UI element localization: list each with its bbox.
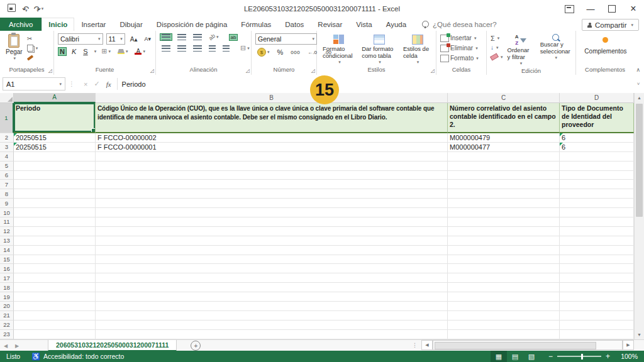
cell-C12[interactable] bbox=[448, 227, 560, 236]
cell-C3[interactable]: M000000477 bbox=[448, 143, 560, 152]
tab-insertar[interactable]: Insertar bbox=[74, 18, 113, 31]
insert-cells-button[interactable]: Insertar▾ bbox=[440, 34, 476, 42]
view-normal-button[interactable]: ▦ bbox=[491, 351, 507, 362]
cell-A12[interactable] bbox=[14, 227, 96, 236]
estilos-dialog-launcher[interactable]: ◿ bbox=[431, 69, 435, 74]
row-header-14[interactable]: 14 bbox=[0, 246, 14, 255]
cell-C1[interactable]: Número correlativo del asiento contable … bbox=[448, 103, 560, 133]
cell-C20[interactable] bbox=[448, 302, 560, 311]
zoom-in-button[interactable]: + bbox=[606, 352, 610, 361]
redo-button[interactable]: ↷▾ bbox=[33, 4, 38, 14]
align-top-button[interactable] bbox=[160, 33, 172, 41]
cell-A7[interactable] bbox=[14, 180, 96, 189]
cell-A6[interactable] bbox=[14, 171, 96, 180]
cell-C22[interactable] bbox=[448, 321, 560, 330]
sheet-tab[interactable]: 2060531032120250500031200071111 bbox=[48, 340, 177, 351]
row-header-16[interactable]: 16 bbox=[0, 264, 14, 273]
row-header-8[interactable]: 8 bbox=[0, 189, 14, 199]
row-header-12[interactable]: 12 bbox=[0, 227, 14, 236]
row-header-2[interactable]: 2 bbox=[0, 133, 14, 143]
cell-D15[interactable] bbox=[560, 255, 634, 265]
cell-B6[interactable] bbox=[96, 171, 448, 180]
underline-button[interactable]: S bbox=[81, 47, 89, 56]
tab-inicio[interactable]: Inicio bbox=[42, 18, 74, 31]
cell-D22[interactable] bbox=[560, 321, 634, 330]
underline-dropdown-icon[interactable]: ▾ bbox=[94, 49, 97, 54]
row-header-20[interactable]: 20 bbox=[0, 302, 14, 311]
cell-B10[interactable] bbox=[96, 208, 448, 217]
portapapeles-dialog-launcher[interactable]: ◿ bbox=[48, 69, 52, 74]
cell-D2[interactable]: 6 bbox=[560, 133, 634, 143]
shrink-font-button[interactable]: A▾ bbox=[142, 35, 153, 43]
row-header-13[interactable]: 13 bbox=[0, 236, 14, 246]
cell-B9[interactable] bbox=[96, 199, 448, 208]
comma-style-button[interactable]: 000 bbox=[289, 49, 302, 56]
cell-C14[interactable] bbox=[448, 246, 560, 255]
cell-B20[interactable] bbox=[96, 302, 448, 311]
cell-D18[interactable] bbox=[560, 283, 634, 292]
cell-D8[interactable] bbox=[560, 189, 634, 199]
cell-D4[interactable] bbox=[560, 152, 634, 162]
insert-function-button[interactable]: fx bbox=[106, 80, 111, 88]
cell-A22[interactable] bbox=[14, 321, 96, 330]
restore-button[interactable] bbox=[601, 0, 623, 18]
cell-B13[interactable] bbox=[96, 236, 448, 246]
decrease-indent-button[interactable] bbox=[207, 45, 218, 52]
cell-A15[interactable] bbox=[14, 255, 96, 265]
zoom-slider-thumb[interactable] bbox=[581, 354, 584, 359]
next-sheet-button[interactable]: ▶ bbox=[11, 340, 23, 351]
cell-styles-button[interactable]: Estilos de celda ▾ bbox=[401, 33, 433, 65]
row-header-5[interactable]: 5 bbox=[0, 162, 14, 171]
tab-datos[interactable]: Datos bbox=[278, 18, 311, 31]
minimize-button[interactable]: — bbox=[580, 0, 601, 18]
cell-A4[interactable] bbox=[14, 152, 96, 162]
cell-D10[interactable] bbox=[560, 208, 634, 217]
cut-button[interactable]: ✂ bbox=[27, 35, 38, 43]
font-name-combo[interactable]: Calibri▾ bbox=[58, 33, 103, 45]
zoom-slider[interactable] bbox=[557, 356, 601, 357]
cell-B23[interactable] bbox=[96, 330, 448, 339]
formula-input[interactable]: Periodo bbox=[118, 80, 633, 88]
font-color-button[interactable]: A▾ bbox=[133, 48, 147, 55]
cell-A16[interactable] bbox=[14, 264, 96, 273]
horizontal-scroll-track[interactable] bbox=[433, 340, 623, 350]
cell-A21[interactable] bbox=[14, 311, 96, 321]
expand-formula-bar-button[interactable]: ˅ bbox=[633, 81, 644, 87]
cell-A2[interactable]: 20250515 bbox=[14, 133, 96, 143]
align-left-button[interactable] bbox=[160, 45, 172, 52]
find-select-button[interactable]: Buscar y seleccionar ▾ bbox=[538, 33, 573, 61]
scroll-right-button[interactable]: ▶ bbox=[623, 340, 634, 350]
cell-C11[interactable] bbox=[448, 217, 560, 227]
cell-B5[interactable] bbox=[96, 162, 448, 171]
cell-D19[interactable] bbox=[560, 292, 634, 302]
cell-C7[interactable] bbox=[448, 180, 560, 189]
row-header-1[interactable]: 1 bbox=[0, 103, 14, 133]
format-as-table-button[interactable]: Dar formato como tabla ▾ bbox=[360, 33, 399, 65]
view-page-layout-button[interactable]: ▤ bbox=[507, 351, 523, 362]
name-box[interactable]: A1▾ bbox=[3, 77, 65, 90]
row-header-9[interactable]: 9 bbox=[0, 199, 14, 208]
horizontal-scroll-thumb[interactable] bbox=[435, 342, 596, 349]
formula-bar-splitter[interactable]: ⋮ bbox=[65, 80, 78, 87]
customize-qat-button[interactable]: ▾ bbox=[42, 6, 44, 11]
borders-button[interactable]: ⊞▾ bbox=[99, 47, 113, 56]
row-header-11[interactable]: 11 bbox=[0, 217, 14, 227]
cell-A8[interactable] bbox=[14, 189, 96, 199]
cell-D7[interactable] bbox=[560, 180, 634, 189]
cell-B21[interactable] bbox=[96, 311, 448, 321]
cell-C23[interactable] bbox=[448, 330, 560, 339]
cell-C13[interactable] bbox=[448, 236, 560, 246]
grow-font-button[interactable]: A▴ bbox=[128, 35, 140, 43]
cell-B4[interactable] bbox=[96, 152, 448, 162]
cell-A10[interactable] bbox=[14, 208, 96, 217]
cell-B7[interactable] bbox=[96, 180, 448, 189]
cell-D3[interactable]: 6 bbox=[560, 143, 634, 152]
cell-C8[interactable] bbox=[448, 189, 560, 199]
merge-center-button[interactable]: ⊟▾ bbox=[238, 43, 252, 53]
italic-button[interactable]: K bbox=[70, 47, 78, 56]
zoom-out-button[interactable]: − bbox=[548, 352, 553, 361]
cell-D9[interactable] bbox=[560, 199, 634, 208]
addins-button[interactable]: Complementos bbox=[582, 33, 628, 55]
row-header-3[interactable]: 3 bbox=[0, 143, 14, 152]
cell-B8[interactable] bbox=[96, 189, 448, 199]
